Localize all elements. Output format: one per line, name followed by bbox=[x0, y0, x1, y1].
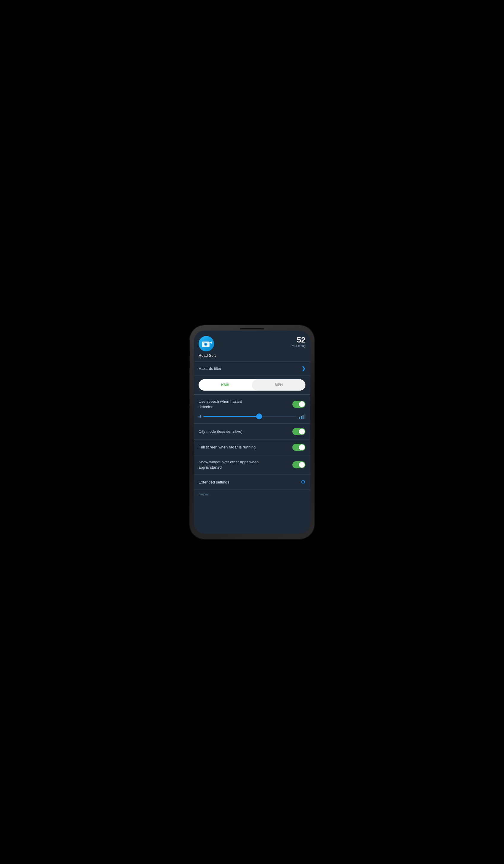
rating-number: 52 bbox=[291, 336, 305, 344]
speech-label: Use speech when hazard detected bbox=[199, 399, 258, 410]
chevron-right-icon: ❯ bbox=[302, 366, 305, 371]
slider-thumb[interactable] bbox=[256, 413, 262, 419]
phone-device: Road Soft 52 Your rating Hazards filter … bbox=[190, 325, 314, 539]
app-screen: Road Soft 52 Your rating Hazards filter … bbox=[194, 331, 310, 533]
extended-settings-label: Extended settings bbox=[199, 480, 229, 484]
mph-button[interactable]: MPH bbox=[252, 379, 305, 391]
volume-high-icon bbox=[299, 414, 305, 419]
speech-row: Use speech when hazard detected bbox=[199, 399, 305, 410]
hazards-filter-label: Hazards filter bbox=[199, 366, 221, 371]
show-widget-toggle[interactable] bbox=[292, 461, 305, 468]
gear-icon: ⚙ bbox=[301, 479, 305, 485]
phone-speaker bbox=[240, 328, 264, 329]
slider-fill bbox=[203, 416, 259, 417]
app-name-label: Road Soft bbox=[199, 353, 216, 358]
volume-slider[interactable] bbox=[203, 416, 297, 417]
svg-point-2 bbox=[205, 344, 207, 345]
speed-unit-section: KMH MPH bbox=[194, 376, 310, 394]
rating-label: Your rating bbox=[291, 344, 305, 348]
svg-marker-4 bbox=[209, 341, 212, 344]
city-mode-row: City mode (less sensitive) bbox=[194, 424, 310, 440]
full-screen-row: Full screen when radar is running bbox=[194, 440, 310, 455]
volume-slider-row bbox=[199, 410, 305, 423]
full-screen-label: Full screen when radar is running bbox=[199, 445, 255, 450]
bottom-text: ладони. bbox=[194, 490, 310, 499]
kmh-button[interactable]: KMH bbox=[199, 379, 252, 391]
hazards-filter-row[interactable]: Hazards filter ❯ bbox=[194, 361, 310, 376]
header-right: 52 Your rating bbox=[291, 336, 305, 348]
extended-settings-row[interactable]: Extended settings ⚙ bbox=[194, 475, 310, 490]
show-widget-label: Show widget over other apps when app is … bbox=[199, 459, 264, 470]
app-header: Road Soft 52 Your rating bbox=[194, 331, 310, 361]
speech-section: Use speech when hazard detected bbox=[194, 395, 310, 423]
speech-toggle[interactable] bbox=[292, 401, 305, 408]
city-mode-toggle[interactable] bbox=[292, 428, 305, 435]
speed-toggle[interactable]: KMH MPH bbox=[199, 379, 305, 391]
header-left: Road Soft bbox=[199, 336, 216, 358]
full-screen-toggle[interactable] bbox=[292, 444, 305, 451]
camera-icon bbox=[201, 338, 212, 349]
svg-rect-3 bbox=[203, 342, 204, 343]
phone-screen: Road Soft 52 Your rating Hazards filter … bbox=[194, 331, 310, 533]
app-icon bbox=[199, 336, 214, 351]
volume-low-icon bbox=[199, 415, 201, 418]
bottom-text-content: ладони. bbox=[199, 493, 209, 496]
show-widget-row: Show widget over other apps when app is … bbox=[194, 455, 310, 475]
city-mode-label: City mode (less sensitive) bbox=[199, 429, 242, 434]
